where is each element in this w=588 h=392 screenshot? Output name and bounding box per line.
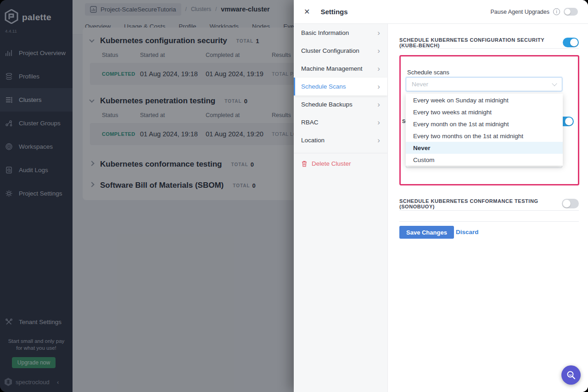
kube-bench-label: SCHEDULE KUBERNETES CONFIGURATION SECURI… [399,37,563,48]
divider [399,48,579,49]
sonobuoy-row: SCHEDULE KUBERNETES CONFORMANCE TESTING … [399,199,579,208]
settings-header: ✕ Settings Pause Agent Upgrades i [294,0,588,24]
chevron-right-icon: › [377,29,380,37]
menu-item-basic-information[interactable]: Basic Information › [294,24,387,42]
menu-item-cluster-configuration[interactable]: Cluster Configuration › [294,42,387,60]
sonobuoy-label: SCHEDULE KUBERNETES CONFORMANCE TESTING … [399,198,562,209]
option-every-week[interactable]: Every week on Sunday at midnight [406,94,563,106]
option-every-month[interactable]: Every month on the 1st at midnight [406,118,563,130]
settings-content: SCHEDULE KUBERNETES CONFIGURATION SECURI… [388,24,588,392]
settings-panel: ✕ Settings Pause Agent Upgrades i Basic … [294,0,588,392]
settings-menu: Basic Information › Cluster Configuratio… [294,24,388,392]
discard-button[interactable]: Discard [456,229,479,235]
kube-bench-toggle[interactable] [563,38,579,47]
pause-agent-upgrades-toggle[interactable] [564,8,578,16]
chevron-right-icon: › [377,136,380,144]
chevron-right-icon: › [377,65,380,73]
chevron-down-icon [552,81,557,86]
info-icon[interactable]: i [553,8,560,15]
highlight-box: Schedule scans SC Never Every week on Su… [399,55,579,185]
menu-item-schedule-backups[interactable]: Schedule Backups › [294,95,387,113]
chevron-right-icon: › [377,83,380,90]
schedule-options-dropdown: Every week on Sunday at midnight Every t… [406,94,563,166]
option-every-two-months[interactable]: Every two months on the 1st at midnight [406,130,563,142]
magnifier-icon [566,370,576,380]
modal-dim-overlay[interactable] [0,0,294,392]
option-never[interactable]: Never [406,142,563,154]
menu-item-machine-management[interactable]: Machine Management › [294,60,387,78]
pause-agent-upgrades-label: Pause Agent Upgrades [490,9,549,15]
help-search-fab[interactable] [561,365,581,385]
chevron-right-icon: › [377,101,380,108]
trash-icon [301,160,308,167]
sonobuoy-toggle[interactable] [562,199,579,208]
close-icon[interactable]: ✕ [304,7,310,16]
save-changes-button[interactable]: Save Changes [399,226,454,239]
divider [399,210,579,211]
schedule-scans-label: Schedule scans [407,69,449,76]
app-window: palette 4.4.11 Project Overview Profiles… [0,0,588,392]
settings-title: Settings [320,8,347,16]
delete-cluster-button[interactable]: Delete Cluster [294,153,387,174]
menu-item-location[interactable]: Location › [294,131,387,149]
chevron-right-icon: › [377,47,380,55]
chevron-right-icon: › [377,118,380,126]
schedule-scans-select[interactable]: Never [406,77,562,91]
menu-item-rbac[interactable]: RBAC › [294,113,387,131]
menu-item-schedule-scans[interactable]: Schedule Scans › [294,78,387,95]
kube-bench-row: SCHEDULE KUBERNETES CONFIGURATION SECURI… [399,38,579,47]
option-custom[interactable]: Custom [406,154,563,166]
option-every-two-weeks[interactable]: Every two weeks at midnight [406,106,563,118]
divider [399,221,579,222]
